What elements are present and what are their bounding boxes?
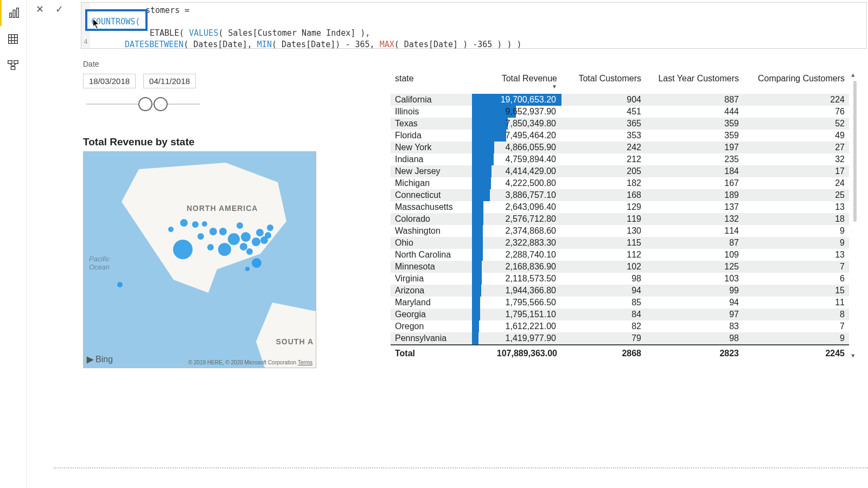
cell-ly: 103: [646, 273, 743, 285]
map-bubble[interactable]: [228, 233, 240, 245]
cell-state: Georgia: [391, 309, 472, 320]
table-row[interactable]: Washington2,374,868.601301149: [391, 225, 849, 237]
code-frag: stomers =: [145, 5, 189, 15]
report-view-icon[interactable]: [0, 0, 26, 26]
cell-ly: 94: [646, 297, 743, 309]
cell-cmp: 24: [743, 177, 849, 189]
cell-state: Florida: [391, 130, 472, 142]
map-bubble[interactable]: [256, 229, 264, 236]
model-view-icon[interactable]: [0, 52, 26, 78]
map-bubble[interactable]: [197, 233, 204, 240]
table-row[interactable]: Connecticut3,886,757.1016818925: [391, 189, 849, 201]
map-bubble[interactable]: [219, 228, 227, 235]
map-visual[interactable]: NORTH AMERICA SOUTH A Pacific Ocean: [83, 151, 316, 368]
table-row[interactable]: Maryland1,795,566.50859411: [391, 297, 849, 309]
table-row[interactable]: New York4,866,055.9024219727: [391, 142, 849, 153]
cell-revenue: 2,288,740.10: [472, 249, 561, 261]
cell-customers: 85: [561, 297, 646, 309]
commit-formula-button[interactable]: ✓: [52, 2, 67, 16]
table-row[interactable]: Oregon1,612,221.0082837: [391, 320, 849, 332]
map-bubble[interactable]: [241, 232, 251, 242]
map-bubble[interactable]: [246, 248, 253, 255]
date-to-input[interactable]: 04/11/2018: [143, 74, 196, 88]
table-row[interactable]: Virginia2,118,573.50981036: [391, 273, 849, 285]
map-bubble[interactable]: [202, 221, 207, 227]
col-revenue[interactable]: Total Revenue▼: [472, 70, 561, 94]
map-bubble[interactable]: [252, 258, 261, 268]
cell-revenue: 2,168,836.90: [472, 261, 561, 273]
map-bubble[interactable]: [218, 243, 231, 256]
table-row[interactable]: New Jersey4,414,429.0020518417: [391, 165, 849, 177]
map-bubble[interactable]: [207, 244, 214, 251]
table-row[interactable]: Georgia1,795,151.1084978: [391, 309, 849, 320]
cell-state: Minnesota: [391, 261, 472, 273]
col-total-customers[interactable]: Total Customers: [561, 70, 646, 94]
map-bubble[interactable]: [180, 219, 188, 227]
cell-ly: 184: [646, 165, 743, 177]
table-row[interactable]: Florida7,495,464.2035335949: [391, 130, 849, 142]
highlight-annotation: [85, 9, 148, 31]
slider-thumb-to[interactable]: [154, 97, 168, 111]
cell-revenue: 2,643,096.40: [472, 201, 561, 213]
table-row[interactable]: Michigan4,222,500.8018216724: [391, 177, 849, 189]
cell-customers: 115: [561, 237, 646, 249]
formula-bar[interactable]: ✕ ✓ 4 stomers = COUNTROWS( ETABLE( VALUE…: [29, 0, 868, 50]
date-from-input[interactable]: 18/03/2018: [83, 74, 136, 88]
scroll-up-icon[interactable]: ▴: [851, 70, 859, 79]
date-slicer[interactable]: Date 18/03/2018 04/11/2018: [83, 60, 213, 115]
cell-ly: 97: [646, 309, 743, 320]
cancel-formula-button[interactable]: ✕: [32, 2, 47, 16]
table-row[interactable]: Minnesota2,168,836.901021257: [391, 261, 849, 273]
cell-cmp: 11: [743, 297, 849, 309]
col-comparing-customers[interactable]: Comparing Customers: [743, 70, 849, 94]
map-bubble[interactable]: [192, 221, 199, 228]
scroll-down-icon[interactable]: ▾: [851, 351, 855, 359]
total-label: Total: [391, 345, 472, 359]
cell-state: Connecticut: [391, 189, 472, 201]
cell-ly: 137: [646, 201, 743, 213]
map-bubble[interactable]: [209, 228, 217, 235]
cell-customers: 82: [561, 320, 646, 332]
continent-label: NORTH AMERICA: [187, 204, 258, 213]
cell-state: Texas: [391, 118, 472, 130]
table-row[interactable]: Pennsylvania1,419,977.9079989: [391, 332, 849, 345]
table-row[interactable]: North Carolina2,288,740.1011210913: [391, 249, 849, 261]
table-visual[interactable]: state Total Revenue▼ Total Customers Las…: [391, 70, 849, 359]
dax-editor[interactable]: 4 stomers = COUNTROWS( ETABLE( VALUES( S…: [81, 2, 867, 49]
table-row[interactable]: Arizona1,944,366.80949915: [391, 285, 849, 297]
map-bubble[interactable]: [237, 222, 243, 229]
slider-thumb-from[interactable]: [138, 97, 152, 111]
cell-ly: 132: [646, 213, 743, 225]
map-bubble[interactable]: [245, 267, 250, 271]
map-bubble[interactable]: [252, 237, 260, 246]
col-state[interactable]: state: [391, 70, 472, 94]
table-row[interactable]: Massachusetts2,643,096.4012913713: [391, 201, 849, 213]
cell-customers: 129: [561, 201, 646, 213]
table-row[interactable]: Colorado2,576,712.8011913218: [391, 213, 849, 225]
map-bubble[interactable]: [265, 232, 271, 239]
slicer-title: Date: [83, 60, 213, 68]
map-terms-link[interactable]: Terms: [298, 359, 312, 365]
map-bubble[interactable]: [173, 240, 193, 259]
col-ly-customers[interactable]: Last Year Customers: [646, 70, 743, 94]
table-header-row: state Total Revenue▼ Total Customers Las…: [391, 70, 849, 94]
table-scrollbar[interactable]: ▴ ▾: [851, 70, 859, 359]
cell-cmp: 9: [743, 225, 849, 237]
scroll-thumb[interactable]: [853, 81, 857, 222]
map-bubble[interactable]: [117, 282, 123, 287]
cell-cmp: 49: [743, 130, 849, 142]
cell-customers: 130: [561, 225, 646, 237]
map-bubble[interactable]: [168, 227, 174, 232]
map-bubble[interactable]: [267, 224, 273, 231]
date-range-slider[interactable]: [86, 94, 200, 115]
cell-ly: 444: [646, 106, 743, 118]
cell-cmp: 7: [743, 261, 849, 273]
table-row[interactable]: California19,700,653.20904887224: [391, 94, 849, 106]
table-row[interactable]: Indiana4,759,894.4021223532: [391, 153, 849, 165]
cell-customers: 79: [561, 332, 646, 345]
table-row[interactable]: Illinois9,652,937.9045144476: [391, 106, 849, 118]
data-view-icon[interactable]: [0, 26, 26, 52]
table-row[interactable]: Texas7,850,349.8036535952: [391, 118, 849, 130]
table-row[interactable]: Ohio2,322,883.30115879: [391, 237, 849, 249]
cell-revenue: 4,222,500.80: [472, 177, 561, 189]
